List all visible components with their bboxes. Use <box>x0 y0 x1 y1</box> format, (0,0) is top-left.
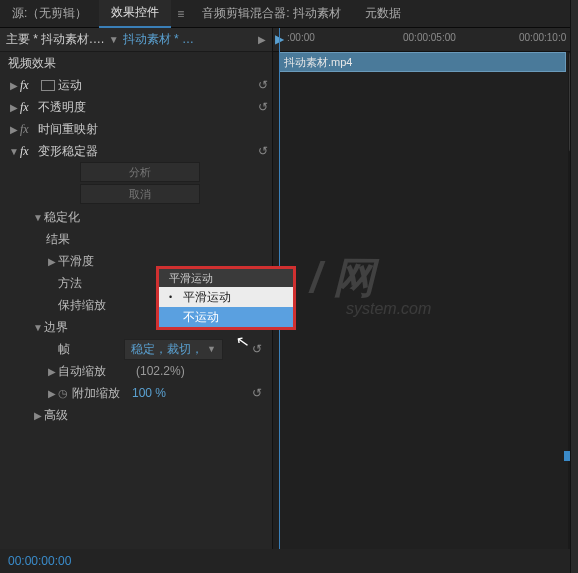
param-extra-scale: ▶ ◷ 附加缩放 100 % ↺ <box>32 382 272 404</box>
param-frame: 帧 稳定，裁切，▼ ↺ <box>32 338 272 360</box>
chevron-right-icon[interactable]: ▶ <box>8 102 20 113</box>
fx-badge[interactable]: fx <box>20 144 38 159</box>
fx-badge[interactable]: fx <box>20 122 38 137</box>
ruler-tick: 00:00:10:0 <box>519 32 566 43</box>
timeline-panel: ▶ :00:00 00:00:05:00 00:00:10:0 抖动素材.mp4 <box>272 28 578 549</box>
group-label: 高级 <box>44 407 122 424</box>
row-opacity[interactable]: ▶ fx 不透明度 ↺ <box>0 96 272 118</box>
effect-label: 运动 <box>58 77 254 94</box>
section-label: 视频效果 <box>8 55 272 72</box>
stopwatch-icon[interactable]: ◷ <box>58 387 68 400</box>
row-warp-stabilizer[interactable]: ▼ fx 变形稳定器 ↺ <box>0 140 272 162</box>
analyze-button[interactable]: 分析 <box>80 162 200 182</box>
tab-audio-mixer[interactable]: 音频剪辑混合器: 抖动素材 <box>190 0 353 28</box>
bullet-icon: • <box>169 292 183 302</box>
clip-breadcrumb: 主要 * 抖动素材.… ▼ 抖动素材 * … ▶ <box>0 28 272 52</box>
chevron-down-icon[interactable]: ▼ <box>109 34 119 45</box>
chevron-right-icon[interactable]: ▶ <box>46 388 58 399</box>
tab-effect-controls[interactable]: 效果控件 <box>99 0 171 28</box>
param-value: (102.2%) <box>136 364 185 378</box>
group-advanced[interactable]: ▶ 高级 <box>32 404 272 426</box>
param-label: 平滑度 <box>58 253 136 270</box>
param-label: 附加缩放 <box>72 385 132 402</box>
effect-label: 变形稳定器 <box>38 143 254 160</box>
dropdown-option-smooth[interactable]: •平滑运动 <box>159 287 293 307</box>
fx-badge[interactable]: fx <box>20 78 38 93</box>
group-label: 边界 <box>44 319 122 336</box>
dropdown-current: 平滑运动 <box>159 269 293 287</box>
panel-menu-icon[interactable]: ≡ <box>171 7 190 21</box>
panel-edge <box>570 0 578 573</box>
time-ruler[interactable]: ▶ :00:00 00:00:05:00 00:00:10:0 <box>273 28 578 52</box>
group-stabilization[interactable]: ▼ 稳定化 <box>32 206 272 228</box>
frame-dropdown[interactable]: 稳定，裁切，▼ <box>124 339 223 360</box>
effect-controls-panel: 主要 * 抖动素材.… ▼ 抖动素材 * … ▶ 视频效果 ▶ fx 运动 ↺ … <box>0 28 272 549</box>
breadcrumb-clip[interactable]: 抖动素材 * … <box>123 31 194 48</box>
effect-label: 时间重映射 <box>38 121 272 138</box>
param-auto-scale: ▶ 自动缩放 (102.2%) <box>32 360 272 382</box>
chevron-down-icon[interactable]: ▼ <box>32 212 44 223</box>
param-label: 结果 <box>46 231 124 248</box>
effect-box-icon[interactable] <box>41 80 55 91</box>
param-label: 保持缩放 <box>46 297 124 314</box>
chevron-down-icon: ▼ <box>207 344 216 354</box>
current-time[interactable]: 00:00:00:00 <box>8 554 71 568</box>
reset-icon[interactable]: ↺ <box>254 100 272 114</box>
tab-metadata[interactable]: 元数据 <box>353 0 413 28</box>
chevron-right-icon[interactable]: ▶ <box>46 256 58 267</box>
ruler-tick: :00:00 <box>287 32 315 43</box>
param-label: 方法 <box>46 275 124 292</box>
ruler-tick: 00:00:05:00 <box>403 32 456 43</box>
section-video-effects: 视频效果 <box>0 52 272 74</box>
row-motion[interactable]: ▶ fx 运动 ↺ <box>0 74 272 96</box>
result-dropdown-open: 平滑运动 •平滑运动 不运动 <box>156 266 296 330</box>
reset-icon[interactable]: ↺ <box>248 342 266 356</box>
chevron-right-icon[interactable]: ▶ <box>8 80 20 91</box>
group-label: 稳定化 <box>44 209 122 226</box>
reset-icon[interactable]: ↺ <box>254 144 272 158</box>
cancel-button[interactable]: 取消 <box>80 184 200 204</box>
dropdown-option-no-motion[interactable]: 不运动 <box>159 307 293 327</box>
option-label: 平滑运动 <box>183 289 231 306</box>
chevron-down-icon[interactable]: ▼ <box>32 322 44 333</box>
param-label: 自动缩放 <box>58 363 136 380</box>
clip-bar[interactable]: 抖动素材.mp4 <box>279 52 566 72</box>
chevron-right-icon[interactable]: ▶ <box>46 366 58 377</box>
param-value[interactable]: 100 % <box>132 386 166 400</box>
reset-icon[interactable]: ↺ <box>248 386 266 400</box>
breadcrumb-main: 主要 * 抖动素材.… <box>6 31 105 48</box>
chevron-right-icon[interactable]: ▶ <box>32 410 44 421</box>
param-result: 结果 <box>32 228 272 250</box>
option-label: 不运动 <box>183 309 219 326</box>
fx-badge[interactable]: fx <box>20 100 38 115</box>
dropdown-value: 稳定，裁切， <box>131 341 203 358</box>
row-time-remap[interactable]: ▶ fx 时间重映射 <box>0 118 272 140</box>
chevron-down-icon[interactable]: ▼ <box>8 146 20 157</box>
chevron-right-icon[interactable]: ▶ <box>8 124 20 135</box>
tab-source[interactable]: 源:（无剪辑） <box>0 0 99 28</box>
effect-label: 不透明度 <box>38 99 254 116</box>
status-bar: 00:00:00:00 <box>0 549 578 573</box>
param-label: 帧 <box>46 341 124 358</box>
play-icon[interactable]: ▶ <box>258 34 266 45</box>
reset-icon[interactable]: ↺ <box>254 78 272 92</box>
